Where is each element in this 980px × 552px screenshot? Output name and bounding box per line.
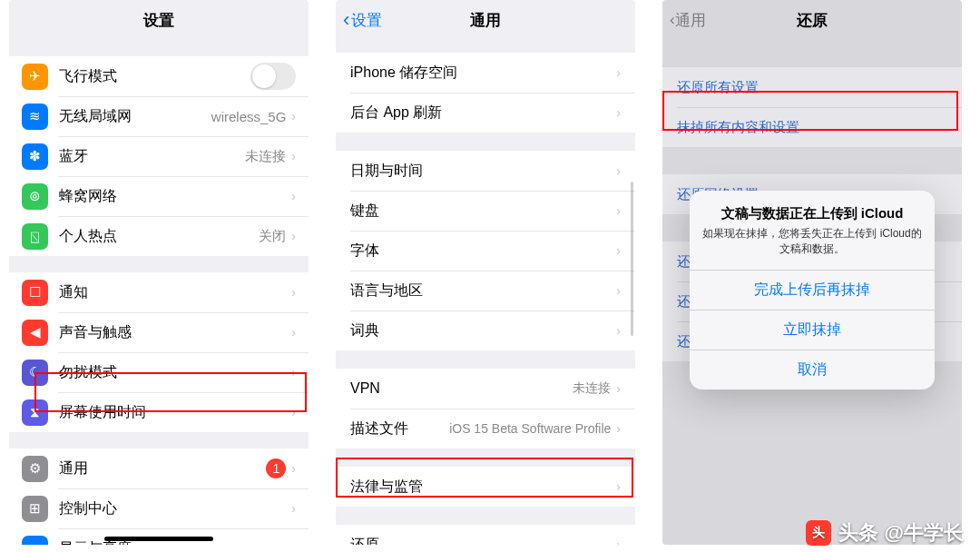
chevron-right-icon: › [291,365,296,380]
row-bluetooth[interactable]: ✽蓝牙未连接› [9,136,309,176]
hotspot-icon: ⍂ [22,223,48,250]
row-value: 未连接 [245,148,286,165]
chevron-right-icon: › [616,537,621,545]
row-label: 还原所有设置 [677,79,759,96]
row-label: 控制中心 [59,499,291,518]
row-键盘[interactable]: 键盘› [336,191,635,231]
row-label: 描述文件 [350,419,449,439]
row-label: 通用 [59,459,266,478]
chevron-right-icon: › [616,479,621,494]
row-value: iOS 15 Beta Software Profile [449,421,611,436]
row-label: 词典 [350,321,616,340]
control-center-icon: ⊞ [22,496,48,522]
row-日期与时间[interactable]: 日期与时间› [336,151,635,191]
row-VPN[interactable]: VPN未连接› [336,369,635,409]
row-screentime[interactable]: ⧗屏幕使用时间› [9,392,309,432]
navbar: ‹通用 还原 [662,0,962,40]
alert-title: 文稿与数据正在上传到 iCloud [702,205,922,222]
dnd-icon: ☾ [22,360,48,386]
row-描述文件[interactable]: 描述文件iOS 15 Beta Software Profile› [336,409,635,448]
row-control-center[interactable]: ⊞控制中心› [9,488,309,528]
alert-button-cancel[interactable]: 取消 [690,350,935,389]
row-airplane[interactable]: ✈飞行模式 [9,56,309,96]
row-label: 蜂窝网络 [59,187,291,206]
chevron-right-icon: › [616,323,621,338]
row-label: 声音与触感 [59,323,291,342]
alert-button-erase-now[interactable]: 立即抹掉 [690,310,935,350]
row-dnd[interactable]: ☾勿扰模式› [9,352,309,392]
settings-screen: 设置 ✈飞行模式≋无线局域网wireless_5G›✽蓝牙未连接›⊚蜂窝网络›⍂… [9,0,309,545]
row-法律与监管[interactable]: 法律与监管› [336,467,635,507]
watermark-logo-icon: 头 [806,520,831,546]
reset-option[interactable]: 还原所有设置 [662,67,962,107]
row-label: VPN [350,380,573,397]
row-notifications[interactable]: ☐通知› [9,272,309,312]
row-sounds[interactable]: ◀声音与触感› [9,312,309,352]
row-label: 后台 App 刷新 [350,104,616,123]
chevron-right-icon: › [291,325,296,340]
reset-screen: ‹通用 还原 还原所有设置抹掉所有内容和设置 还原网络设置 还原键还原主还原位 … [662,0,962,545]
row-label: iPhone 储存空间 [350,64,616,83]
display-icon: AA [22,536,48,546]
chevron-right-icon: › [291,541,296,545]
row-label: 抹掉所有内容和设置 [677,119,799,136]
wifi-icon: ≋ [22,104,48,130]
row-词典[interactable]: 词典› [336,310,635,350]
row-label: 还原 [350,536,616,546]
toggle[interactable] [250,63,296,90]
chevron-right-icon: › [291,405,296,419]
row-label: 日期与时间 [350,162,616,181]
row-label: 屏幕使用时间 [59,403,291,422]
navbar: ‹设置 通用 [336,0,635,40]
general-icon: ⚙ [22,456,48,482]
badge: 1 [266,458,286,478]
chevron-right-icon: › [616,243,621,258]
row-字体[interactable]: 字体› [336,231,635,271]
chevron-right-icon: › [616,65,621,80]
row-hotspot[interactable]: ⍂个人热点关闭› [9,216,309,256]
row-value: 未连接 [573,380,611,397]
row-iPhone 储存空间[interactable]: iPhone 储存空间› [336,53,635,93]
row-label: 勿扰模式 [59,363,291,382]
nav-title: 设置 [9,0,309,40]
alert-button-finish-upload[interactable]: 完成上传后再抹掉 [690,270,935,310]
row-label: 飞行模式 [59,67,250,86]
chevron-right-icon: › [616,203,621,218]
row-wifi[interactable]: ≋无线局域网wireless_5G› [9,96,309,136]
nav-title: 通用 [336,10,635,31]
chevron-right-icon: › [616,163,621,178]
row-label: 法律与监管 [350,478,616,497]
scrollbar[interactable] [631,182,633,336]
row-label: 通知 [59,283,291,302]
row-cellular[interactable]: ⊚蜂窝网络› [9,176,309,216]
chevron-right-icon: › [291,285,296,300]
chevron-right-icon: › [291,229,296,243]
row-general[interactable]: ⚙通用1› [9,448,309,488]
reset-option[interactable]: 抹掉所有内容和设置 [662,107,962,147]
bluetooth-icon: ✽ [22,143,48,170]
sounds-icon: ◀ [22,320,48,346]
row-label: 字体 [350,242,616,261]
cellular-icon: ⊚ [22,183,48,210]
row-value: wireless_5G [211,109,287,124]
chevron-right-icon: › [291,109,296,123]
row-还原[interactable]: 还原› [336,525,635,545]
alert-message: 如果现在抹掉，您将丢失正在上传到 iCloud的文稿和数据。 [702,226,922,257]
chevron-right-icon: › [291,501,296,516]
airplane-icon: ✈ [22,64,48,90]
row-label: 语言与地区 [350,281,616,301]
row-label: 个人热点 [59,227,259,246]
chevron-right-icon: › [291,189,296,203]
chevron-right-icon: › [616,105,621,120]
row-label: 无线局域网 [59,107,211,126]
chevron-right-icon: › [616,381,621,396]
row-label: 键盘 [350,202,616,221]
general-screen: ‹设置 通用 iPhone 储存空间›后台 App 刷新›日期与时间›键盘›字体… [336,0,635,545]
chevron-right-icon: › [291,149,296,163]
screentime-icon: ⧗ [22,399,48,426]
home-indicator [104,537,213,541]
row-语言与地区[interactable]: 语言与地区› [336,271,635,310]
chevron-right-icon: › [291,461,296,476]
row-后台 App 刷新[interactable]: 后台 App 刷新› [336,93,635,133]
alert-dialog: 文稿与数据正在上传到 iCloud 如果现在抹掉，您将丢失正在上传到 iClou… [690,191,935,389]
